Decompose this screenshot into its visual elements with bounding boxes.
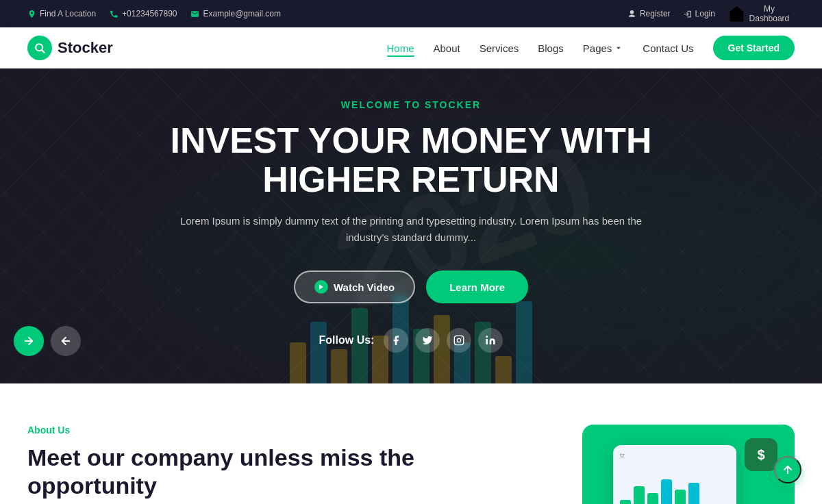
nav-links: Home About Services Blogs Pages Contact … xyxy=(387,36,795,60)
location-item: Find A Location xyxy=(27,9,96,18)
about-left: About Us Meet our company unless miss th… xyxy=(27,425,541,504)
topbar-left: Find A Location +01234567890 Example@gma… xyxy=(27,9,281,18)
svg-point-6 xyxy=(486,336,488,338)
dollar-badge: $ xyxy=(745,438,777,471)
login-link[interactable]: Login xyxy=(683,9,715,18)
play-triangle-icon xyxy=(318,284,325,290)
logo-text: Stocker xyxy=(58,39,113,57)
email-icon xyxy=(190,10,199,18)
twitter-icon[interactable] xyxy=(415,328,440,353)
chart-bars xyxy=(620,473,730,504)
chevron-pages-icon xyxy=(614,43,623,53)
svg-point-4 xyxy=(458,339,461,342)
navbar: Stocker Home About Services Blogs Pages … xyxy=(0,27,822,68)
nav-link-about[interactable]: About xyxy=(434,42,460,54)
learn-more-button[interactable]: Learn More xyxy=(426,270,528,303)
follow-label: Follow Us: xyxy=(319,334,375,346)
arrow-left-icon xyxy=(60,335,72,347)
login-icon xyxy=(683,10,692,18)
logo-icon xyxy=(27,36,52,60)
hero-section: 2020 WELCOME TO STOCKER INVEST YOUR MONE… xyxy=(0,68,822,383)
linkedin-svg xyxy=(485,335,496,346)
topbar: Find A Location +01234567890 Example@gma… xyxy=(0,0,822,27)
nav-link-services[interactable]: Services xyxy=(480,42,519,54)
dashboard-icon xyxy=(727,5,746,23)
hero-subtitle: WELCOME TO STOCKER xyxy=(116,99,706,110)
nav-link-contact[interactable]: Contact Us xyxy=(643,42,693,54)
facebook-svg xyxy=(390,335,401,346)
hero-nav-buttons xyxy=(14,326,81,356)
phone-icon xyxy=(110,10,119,18)
hero-next-button[interactable] xyxy=(14,326,44,356)
register-link[interactable]: Register xyxy=(627,9,671,18)
social-icons xyxy=(384,328,503,353)
email-item: Example@gmail.com xyxy=(190,9,281,18)
about-section: About Us Meet our company unless miss th… xyxy=(0,383,822,504)
chart-label: tz xyxy=(620,452,730,459)
logo[interactable]: Stocker xyxy=(27,36,113,60)
hero-title: INVEST YOUR MONEY WITH HIGHER RETURN xyxy=(116,121,706,199)
instagram-svg xyxy=(453,335,464,346)
scroll-top-button[interactable] xyxy=(774,456,801,483)
nav-link-blogs[interactable]: Blogs xyxy=(538,42,564,54)
arrow-up-icon xyxy=(782,464,794,476)
phone-item: +01234567890 xyxy=(110,9,177,18)
play-icon xyxy=(314,280,328,294)
svg-point-5 xyxy=(461,338,462,338)
search-icon xyxy=(33,41,47,55)
chart-screen: tz xyxy=(613,445,736,504)
nav-link-home[interactable]: Home xyxy=(387,42,414,54)
hero-follow: Follow Us: xyxy=(116,328,706,353)
twitter-svg xyxy=(422,335,433,346)
user-icon xyxy=(627,10,636,18)
phone-text: +01234567890 xyxy=(122,9,177,18)
get-started-button[interactable]: Get Started xyxy=(713,36,795,60)
chart-illustration: tz $ tz xyxy=(599,438,777,504)
topbar-right: Register Login My Dashboard xyxy=(627,4,795,23)
hero-description: Lorem Ipsum is simply dummy text of the … xyxy=(164,213,658,246)
linkedin-icon[interactable] xyxy=(478,328,503,353)
location-icon xyxy=(27,10,36,18)
dashboard-button[interactable]: My Dashboard xyxy=(727,4,795,23)
watch-video-button[interactable]: Watch Video xyxy=(294,270,415,303)
arrow-right-icon xyxy=(23,335,35,347)
hero-buttons: Watch Video Learn More xyxy=(116,270,706,303)
nav-link-pages[interactable]: Pages xyxy=(583,42,624,54)
about-image-box: tz $ tz xyxy=(582,425,795,504)
svg-marker-2 xyxy=(319,284,323,290)
facebook-icon[interactable] xyxy=(384,328,408,353)
hero-content: WELCOME TO STOCKER INVEST YOUR MONEY WIT… xyxy=(103,99,719,353)
email-text: Example@gmail.com xyxy=(203,9,281,18)
instagram-icon[interactable] xyxy=(447,328,471,353)
chevron-down-icon xyxy=(793,10,795,17)
svg-line-1 xyxy=(42,50,45,53)
about-tag: About Us xyxy=(27,425,541,436)
location-text: Find A Location xyxy=(40,9,96,18)
about-title: Meet our company unless miss the opportu… xyxy=(27,444,541,500)
hero-prev-button[interactable] xyxy=(51,326,81,356)
about-right: tz $ tz xyxy=(582,425,795,504)
svg-rect-3 xyxy=(455,336,464,345)
